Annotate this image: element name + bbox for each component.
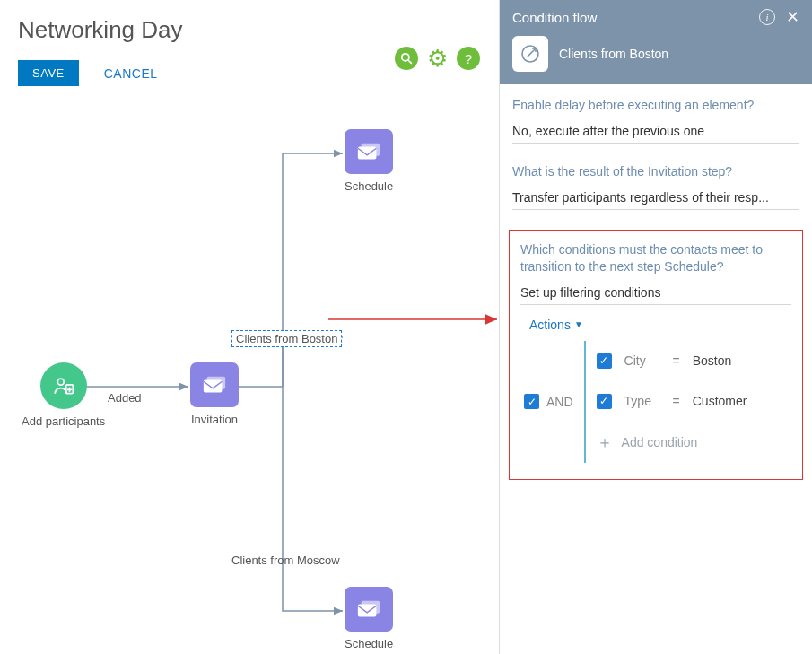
condition-checkbox[interactable]: ✓ bbox=[597, 353, 612, 369]
add-condition-label: Add condition bbox=[622, 435, 698, 449]
svg-rect-11 bbox=[358, 604, 377, 616]
node-label: Schedule bbox=[345, 637, 393, 650]
node-invitation[interactable]: Invitation bbox=[190, 362, 239, 426]
logic-operator[interactable]: AND bbox=[546, 395, 573, 409]
edge-label-boston[interactable]: Clients from Boston bbox=[231, 330, 342, 347]
search-icon[interactable] bbox=[395, 47, 418, 70]
delay-label: Enable delay before executing an element… bbox=[512, 97, 799, 114]
logic-checkbox[interactable]: ✓ bbox=[524, 394, 539, 409]
page-title: Networking Day bbox=[18, 16, 480, 44]
close-icon[interactable]: ✕ bbox=[786, 9, 799, 25]
node-label: Schedule bbox=[345, 179, 393, 193]
chevron-down-icon: ▼ bbox=[574, 319, 583, 329]
actions-label: Actions bbox=[529, 318, 571, 332]
result-label: What is the result of the Invitation ste… bbox=[512, 163, 799, 180]
cancel-button[interactable]: CANCEL bbox=[99, 65, 163, 82]
node-schedule-bottom[interactable]: Schedule bbox=[345, 587, 393, 650]
svg-rect-7 bbox=[204, 379, 223, 392]
add-condition-button[interactable]: ＋ Add condition bbox=[597, 422, 791, 463]
save-button[interactable]: SAVE bbox=[18, 60, 79, 86]
edge-label-added[interactable]: Added bbox=[108, 391, 142, 405]
svg-line-1 bbox=[408, 60, 412, 64]
condition-row[interactable]: ✓ City = Boston bbox=[597, 341, 791, 381]
condition-field[interactable]: City bbox=[624, 353, 660, 368]
actions-dropdown[interactable]: Actions ▼ bbox=[529, 318, 583, 332]
svg-rect-9 bbox=[358, 146, 377, 159]
condition-flow-icon bbox=[512, 36, 548, 72]
help-icon[interactable]: ? bbox=[457, 47, 480, 70]
condition-operator[interactable]: = bbox=[673, 353, 680, 368]
panel-title: Condition flow bbox=[512, 10, 597, 25]
flow-name-input[interactable]: Clients from Boston bbox=[559, 43, 799, 65]
condition-operator[interactable]: = bbox=[673, 394, 680, 408]
condition-value[interactable]: Boston bbox=[693, 353, 732, 368]
svg-point-2 bbox=[57, 379, 64, 385]
side-panel: Condition flow i ✕ Clients from Boston E… bbox=[499, 0, 812, 654]
node-add-participants[interactable]: Add participants bbox=[22, 362, 105, 428]
node-label: Add participants bbox=[22, 414, 105, 428]
condition-checkbox[interactable]: ✓ bbox=[597, 394, 612, 409]
condition-field[interactable]: Type bbox=[624, 394, 660, 408]
edge-label-moscow[interactable]: Clients from Moscow bbox=[231, 554, 340, 567]
svg-point-0 bbox=[402, 54, 409, 61]
result-value[interactable]: Transfer participants regardless of thei… bbox=[512, 187, 799, 210]
node-schedule-top[interactable]: Schedule bbox=[345, 129, 393, 193]
group-divider bbox=[584, 341, 586, 463]
condition-row[interactable]: ✓ Type = Customer bbox=[597, 381, 791, 422]
condition-value[interactable]: Customer bbox=[693, 394, 747, 408]
conditions-value[interactable]: Set up filtering conditions bbox=[520, 283, 791, 305]
conditions-label: Which conditions must the contacts meet … bbox=[520, 241, 791, 275]
node-label: Invitation bbox=[190, 413, 239, 426]
info-icon[interactable]: i bbox=[759, 9, 775, 25]
gear-icon[interactable]: ⚙ bbox=[427, 47, 448, 70]
flow-canvas[interactable]: Add participants Invitation Schedule bbox=[18, 86, 516, 654]
delay-value[interactable]: No, execute after the previous one bbox=[512, 121, 799, 144]
plus-icon: ＋ bbox=[597, 434, 613, 450]
conditions-section: Which conditions must the contacts meet … bbox=[509, 230, 803, 480]
